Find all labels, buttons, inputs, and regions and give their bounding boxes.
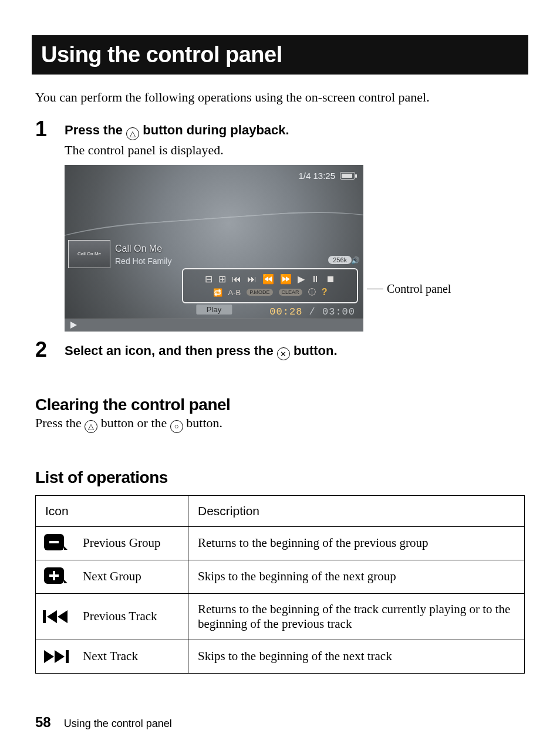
play-icon: ▶ — [298, 273, 305, 285]
op-label: Next Group — [83, 569, 141, 584]
table-row: Previous Group Returns to the beginning … — [36, 526, 525, 560]
next-group-icon: ⊞ — [218, 273, 226, 285]
triangle-button-icon: △ — [126, 127, 139, 140]
prev-group-icon — [43, 533, 69, 554]
step-2: 2 Select an icon, and then press the ✕ b… — [65, 343, 525, 361]
step-2-heading: Select an icon, and then press the ✕ but… — [65, 343, 525, 361]
next-track-icon: ⏭ — [247, 274, 257, 285]
footer-title: Using the control panel — [64, 718, 172, 730]
album-art: Call On Me — [68, 240, 110, 268]
time-display: 00:28 / 03:00 — [269, 306, 355, 317]
rewind-icon: ⏪ — [262, 273, 274, 285]
next-group-icon — [43, 566, 69, 587]
step-2-number: 2 — [35, 337, 47, 362]
pmode-pill: P.MODE — [247, 289, 272, 296]
op-desc: Skips to the beginning of the next track — [188, 640, 525, 673]
time-total: 03:00 — [322, 306, 355, 317]
page-title: Using the control panel — [32, 35, 528, 75]
header-icon: Icon — [36, 495, 188, 526]
step-1-sub: The control panel is displayed. — [65, 143, 525, 158]
help-icon: ? — [322, 287, 328, 297]
op-label: Previous Group — [83, 536, 160, 550]
step-1-number: 1 — [35, 117, 47, 141]
clearing-a: Press the — [35, 415, 85, 430]
step-2-head-after: button. — [294, 343, 338, 358]
op-desc: Returns to the beginning of the previous… — [188, 526, 525, 560]
prev-track-icon — [43, 606, 69, 627]
stop-icon: ⏹ — [326, 274, 335, 285]
op-label: Previous Track — [83, 609, 157, 624]
circle-button-icon: ○ — [170, 420, 183, 433]
triangle-button-icon: △ — [85, 420, 97, 433]
step-1-head-after: button during playback. — [143, 123, 289, 137]
battery-icon — [340, 172, 355, 180]
table-row: Next Group Skips to the beginning of the… — [36, 560, 525, 593]
table-row: Next Track Skips to the beginning of the… — [36, 640, 525, 673]
page-number: 58 — [35, 714, 51, 731]
info-icon: ⓘ — [308, 287, 316, 297]
step-1-head-before: Press the — [65, 123, 126, 137]
prev-group-icon: ⊟ — [205, 273, 212, 285]
op-label: Next Track — [83, 649, 138, 664]
clearing-body: Press the △ button or the ○ button. — [35, 415, 525, 433]
prev-track-icon: ⏮ — [232, 274, 241, 285]
control-panel-callout: Control panel — [367, 282, 451, 296]
svg-rect-1 — [49, 541, 59, 543]
header-desc: Description — [188, 495, 525, 526]
svg-rect-10 — [66, 650, 69, 663]
svg-rect-4 — [53, 571, 55, 580]
screenshot: 1/4 13:25 Call On Me Call On Me Red Hot … — [65, 165, 363, 332]
intro-text: You can perform the following operations… — [35, 90, 525, 105]
speaker-icon: 🔊 — [351, 256, 360, 265]
play-label: Play — [196, 305, 232, 315]
time-current: 00:28 — [269, 306, 302, 317]
svg-marker-8 — [44, 650, 54, 663]
time-sep: / — [302, 306, 322, 317]
bitrate-badge: 256k — [328, 256, 352, 264]
table-header-row: Icon Description — [36, 495, 525, 526]
svg-marker-7 — [58, 610, 68, 623]
play-bar — [65, 319, 363, 332]
svg-rect-5 — [43, 610, 46, 623]
clearing-end: button. — [186, 415, 222, 430]
op-desc: Skips to the beginning of the next group — [188, 560, 525, 593]
step-2-head-before: Select an icon, and then press the — [65, 343, 277, 358]
step-1: 1 Press the △ button during playback. Th… — [65, 123, 525, 332]
operations-table: Icon Description Previous Group Returns … — [35, 495, 525, 674]
callout-text: Control panel — [387, 282, 451, 296]
next-track-icon — [43, 646, 69, 667]
ab-label: A-B — [228, 288, 241, 297]
track-title: Call On Me — [115, 244, 162, 254]
table-row: Previous Track Returns to the beginning … — [36, 593, 525, 640]
op-desc: Returns to the beginning of the track cu… — [188, 593, 525, 640]
track-artist: Red Hot Family — [115, 256, 171, 266]
svg-marker-9 — [55, 650, 65, 663]
forward-icon: ⏩ — [280, 273, 292, 285]
status-text: 1/4 13:25 — [298, 171, 335, 181]
control-panel-box: ⊟ ⊞ ⏮ ⏭ ⏪ ⏩ ▶ ⏸ ⏹ 🔁 A-B — [182, 268, 358, 303]
clearing-heading: Clearing the control panel — [35, 395, 525, 414]
list-heading: List of operations — [35, 468, 525, 487]
step-1-heading: Press the △ button during playback. — [65, 123, 525, 140]
play-indicator-icon — [70, 322, 77, 329]
clear-pill: CLEAR — [279, 289, 302, 296]
page-footer: 58 Using the control panel — [35, 714, 172, 731]
cross-button-icon: ✕ — [277, 347, 290, 360]
svg-marker-6 — [47, 610, 57, 623]
clearing-mid: button or the — [101, 415, 170, 430]
repeat-icon: 🔁 — [213, 288, 222, 297]
pause-icon: ⏸ — [311, 274, 320, 285]
